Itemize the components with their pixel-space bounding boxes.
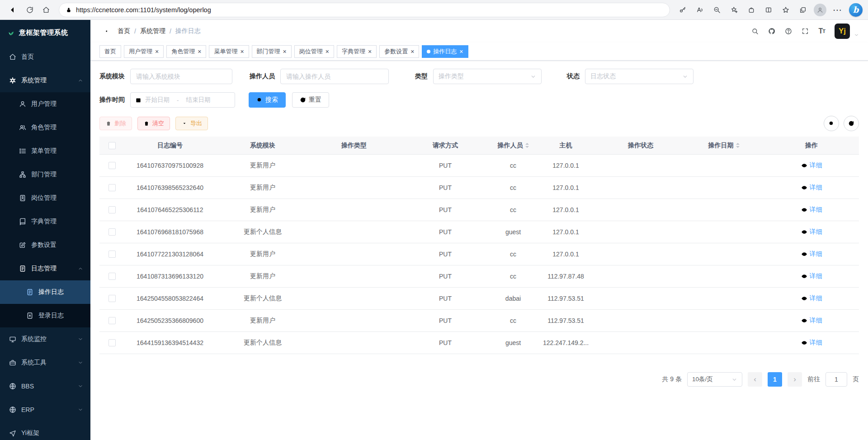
status-select[interactable]: 日志状态 — [585, 69, 693, 84]
tab-close-icon[interactable]: × — [283, 48, 287, 55]
jump-page-input[interactable] — [826, 372, 847, 387]
extensions-button[interactable] — [743, 2, 760, 18]
sort-caret[interactable] — [736, 143, 740, 148]
sidebar-item-dict[interactable]: 字典管理 — [0, 210, 90, 233]
browser-profile-button[interactable] — [812, 2, 828, 18]
header-search-button[interactable] — [751, 28, 759, 35]
tab-home[interactable]: 首页 — [99, 45, 121, 58]
search-button[interactable]: 搜索 — [249, 92, 286, 108]
row-checkbox[interactable] — [108, 184, 116, 191]
app-logo[interactable]: 意框架管理系统 — [0, 20, 90, 45]
sort-caret[interactable] — [525, 143, 529, 148]
sidebar-item-erp[interactable]: ERP — [0, 398, 90, 421]
cell-log-id: 1642505235366809600 — [124, 317, 216, 324]
sidebar-item-param[interactable]: 参数设置 — [0, 233, 90, 257]
bing-chat-button[interactable]: b — [849, 3, 863, 17]
detail-link[interactable]: 详细 — [801, 161, 822, 170]
sidebar-item-role[interactable]: 角色管理 — [0, 116, 90, 139]
date-range-picker[interactable]: 开始日期 - 结束日期 — [130, 92, 235, 108]
font-size-button[interactable]: TT — [818, 27, 825, 35]
detail-link[interactable]: 详细 — [801, 206, 822, 214]
tab-close-icon[interactable]: × — [459, 48, 463, 55]
chevron-down-icon[interactable] — [854, 33, 859, 38]
breadcrumb-home[interactable]: 首页 — [118, 27, 130, 35]
sidebar-collapse-button[interactable] — [99, 27, 108, 36]
export-button[interactable]: 导出 — [175, 117, 208, 130]
chevron-down-icon — [78, 407, 83, 412]
delete-button[interactable]: 删除 — [99, 117, 132, 130]
clear-button[interactable]: 清空 — [137, 117, 170, 130]
favorites-button[interactable] — [778, 2, 794, 18]
sidebar-item-system[interactable]: 系统管理 — [0, 69, 90, 92]
browser-refresh-button[interactable] — [22, 2, 38, 18]
sidebar-item-operlog[interactable]: 操作日志 — [0, 280, 90, 304]
split-screen-button[interactable] — [760, 2, 777, 18]
detail-link[interactable]: 详细 — [801, 228, 822, 236]
next-page-button[interactable]: › — [788, 372, 802, 387]
row-checkbox[interactable] — [108, 295, 116, 302]
row-checkbox[interactable] — [108, 206, 116, 213]
reset-button[interactable]: 重置 — [292, 92, 329, 108]
user-menu-logo[interactable]: Yj — [835, 24, 850, 39]
type-select[interactable]: 操作类型 — [433, 69, 542, 84]
tab-param[interactable]: 参数设置× — [379, 45, 419, 58]
tab-close-icon[interactable]: × — [368, 48, 372, 55]
tab-post[interactable]: 岗位管理× — [294, 45, 334, 58]
operator-input[interactable] — [280, 69, 389, 84]
sidebar-item-yi[interactable]: Yi框架 — [0, 421, 90, 440]
refresh-table-button[interactable] — [844, 116, 859, 131]
sidebar-item-monitor[interactable]: 系统监控 — [0, 327, 90, 351]
sidebar-item-bbs[interactable]: BBS — [0, 374, 90, 398]
row-checkbox[interactable] — [108, 317, 116, 324]
detail-link[interactable]: 详细 — [801, 184, 822, 192]
page-number-button[interactable]: 1 — [768, 372, 782, 387]
tab-menu[interactable]: 菜单管理× — [209, 45, 249, 58]
tab-operlog-active[interactable]: 操作日志× — [422, 45, 468, 58]
browser-more-button[interactable]: ⋯ — [829, 2, 845, 18]
tab-role[interactable]: 角色管理× — [166, 45, 206, 58]
row-checkbox[interactable] — [108, 162, 116, 169]
zoom-out-button[interactable] — [709, 2, 725, 18]
read-aloud-button[interactable] — [692, 2, 708, 18]
tab-close-icon[interactable]: × — [326, 48, 329, 55]
sidebar-item-post[interactable]: 岗位管理 — [0, 186, 90, 210]
select-all-checkbox[interactable] — [108, 142, 116, 149]
sidebar-item-dept[interactable]: 部门管理 — [0, 163, 90, 186]
breadcrumb-system[interactable]: 系统管理 — [140, 27, 165, 35]
collections-button[interactable] — [795, 2, 811, 18]
address-bar[interactable]: https://ccnetcore.com:1101/system/log/op… — [59, 3, 670, 17]
detail-link[interactable]: 详细 — [801, 339, 822, 347]
module-input[interactable] — [130, 69, 232, 84]
detail-link[interactable]: 详细 — [801, 294, 822, 303]
detail-link[interactable]: 详细 — [801, 250, 822, 258]
sidebar-item-user[interactable]: 用户管理 — [0, 92, 90, 116]
tab-dept[interactable]: 部门管理× — [252, 45, 292, 58]
fullscreen-button[interactable] — [802, 28, 809, 35]
browser-home-button[interactable] — [38, 2, 54, 18]
tab-close-icon[interactable]: × — [410, 48, 414, 55]
help-button[interactable] — [785, 28, 792, 35]
sidebar-item-loginlog[interactable]: 登录日志 — [0, 304, 90, 327]
row-checkbox[interactable] — [108, 251, 116, 258]
row-checkbox[interactable] — [108, 339, 116, 346]
sidebar-item-log[interactable]: 日志管理 — [0, 257, 90, 280]
browser-back-button[interactable] — [5, 2, 22, 18]
row-checkbox[interactable] — [108, 228, 116, 236]
add-favorite-button[interactable] — [726, 2, 742, 18]
tab-dict[interactable]: 字典管理× — [337, 45, 377, 58]
sidebar-item-tools[interactable]: 系统工具 — [0, 351, 90, 374]
password-key-button[interactable] — [675, 2, 691, 18]
sidebar-item-home[interactable]: 首页 — [0, 45, 90, 69]
toggle-search-button[interactable] — [824, 116, 839, 131]
tab-close-icon[interactable]: × — [240, 48, 244, 55]
prev-page-button[interactable]: ‹ — [748, 372, 762, 387]
detail-link[interactable]: 详细 — [801, 317, 822, 325]
detail-link[interactable]: 详细 — [801, 272, 822, 280]
github-button[interactable] — [768, 28, 775, 35]
page-size-select[interactable]: 10条/页 — [687, 372, 742, 387]
tab-close-icon[interactable]: × — [198, 48, 201, 55]
tab-user[interactable]: 用户管理× — [124, 45, 164, 58]
sidebar-item-menu[interactable]: 菜单管理 — [0, 139, 90, 163]
tab-close-icon[interactable]: × — [155, 48, 159, 55]
row-checkbox[interactable] — [108, 273, 116, 280]
